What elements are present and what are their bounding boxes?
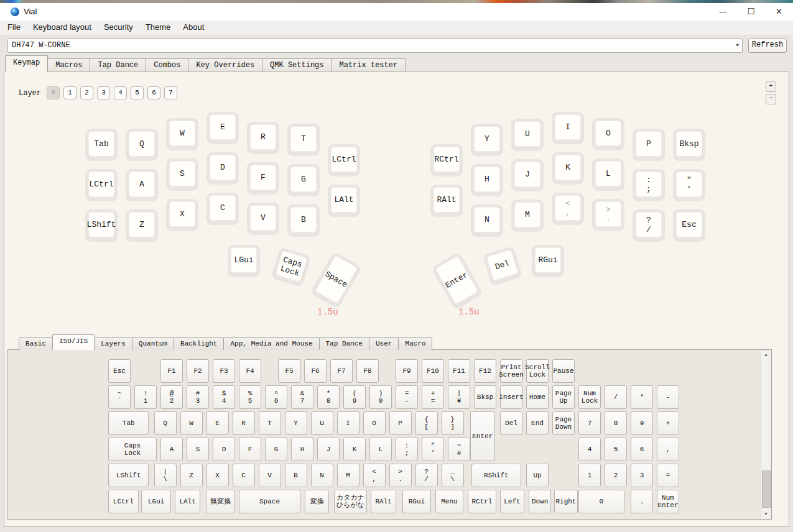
picker-key-up[interactable]: Up [526, 464, 549, 487]
key-v[interactable]: V [247, 203, 279, 235]
picker-key-right[interactable]: Right [554, 490, 578, 513]
picker-key-v[interactable]: V [259, 464, 281, 487]
key-k[interactable]: K [552, 152, 584, 185]
picker-key-symbol[interactable]: ~ ` [108, 385, 131, 409]
key-t[interactable]: T [287, 124, 320, 156]
picker-key-0[interactable]: 0 [578, 490, 624, 513]
key-r[interactable]: R [247, 122, 279, 154]
picker-key-f8[interactable]: F8 [356, 359, 379, 383]
device-select[interactable]: DH747 W-CORNE ▼ [7, 39, 743, 53]
picker-key-2[interactable]: @ 2 [160, 385, 183, 409]
key-lgui[interactable]: LGui [228, 245, 260, 277]
key-lalt[interactable]: LAlt [328, 185, 360, 217]
picker-key-lctrl[interactable]: LCtrl [108, 490, 139, 513]
key-rgui[interactable]: RGui [532, 245, 564, 277]
picker-key-f7[interactable]: F7 [330, 359, 353, 383]
picker-key-f2[interactable]: F2 [187, 359, 209, 383]
picker-key-u[interactable]: U [311, 411, 333, 435]
layer-button-7[interactable]: 7 [164, 86, 177, 99]
picker-key-h[interactable]: H [291, 438, 313, 461]
picker-key-5[interactable]: 5 [605, 438, 627, 461]
key-rctrl[interactable]: RCtrl [430, 144, 463, 177]
picker-key-4[interactable]: 4 [578, 438, 601, 461]
picker-key-f[interactable]: F [239, 438, 261, 461]
picker-key-s[interactable]: S [187, 438, 209, 461]
key-tab[interactable]: Tab [85, 129, 118, 161]
picker-key-m[interactable]: M [337, 464, 359, 487]
key-u[interactable]: U [511, 119, 544, 151]
tab-combos[interactable]: Combos [146, 58, 188, 72]
zoom-out-button[interactable]: − [766, 94, 776, 104]
layer-button-6[interactable]: 6 [147, 86, 160, 99]
tab-macros[interactable]: Macros [47, 58, 90, 72]
picker-key-x[interactable]: X [206, 464, 229, 487]
picker-key-symbol[interactable]: , [657, 438, 679, 461]
layer-button-2[interactable]: 2 [80, 86, 93, 99]
key-s[interactable]: S [166, 158, 198, 191]
picker-key-o[interactable]: O [363, 411, 386, 435]
picker-key-e[interactable]: E [206, 411, 229, 435]
picker-key-home[interactable]: Home [526, 385, 549, 409]
picker-key-page-down[interactable]: Page Down [552, 411, 575, 435]
picker-key-rshift[interactable]: RShift [471, 464, 521, 487]
menu-item-keyboard-layout[interactable]: Keyboard layout [27, 21, 98, 35]
minimize-button[interactable]: — [709, 3, 737, 21]
picker-key-symbol[interactable]: ″ ' [422, 438, 444, 461]
picker-key-end[interactable]: End [526, 411, 549, 435]
picker-key-symbol[interactable]: : ; [396, 438, 418, 461]
key-d[interactable]: D [206, 152, 239, 185]
picker-key-f6[interactable]: F6 [304, 359, 327, 383]
picker-key-6[interactable]: ^ 6 [265, 385, 287, 409]
picker-key-pause[interactable]: Pause [552, 359, 575, 383]
menu-item-security[interactable]: Security [98, 21, 139, 35]
menu-item-file[interactable]: File [0, 21, 27, 35]
picker-key-symbol[interactable]: < , [363, 464, 386, 487]
picker-key-symbol[interactable]: > . [389, 464, 412, 487]
picker-scrollbar[interactable]: ▲ ▼ [761, 351, 771, 518]
picker-tab-iso-jis[interactable]: ISO/JIS [52, 334, 95, 350]
picker-key-w[interactable]: W [180, 411, 203, 435]
picker-key-menu[interactable]: Menu [435, 490, 463, 513]
picker-key-f11[interactable]: F11 [448, 359, 470, 383]
picker-key-symbol[interactable]: | ¥ [448, 385, 470, 409]
layer-button-5[interactable]: 5 [131, 86, 144, 99]
key-z[interactable]: Z [126, 209, 158, 242]
menu-item-about[interactable]: About [177, 21, 210, 35]
picker-key-0[interactable]: ) 0 [369, 385, 392, 409]
picker-key-symbol[interactable]: + [657, 411, 679, 435]
picker-key-z[interactable]: Z [180, 464, 203, 487]
picker-key-1[interactable]: ! 1 [134, 385, 157, 409]
picker-key-symbol[interactable]: . [631, 490, 653, 513]
picker-key-esc[interactable]: Esc [108, 359, 131, 383]
picker-key-symbol[interactable]: * [631, 385, 653, 409]
key-y[interactable]: Y [471, 124, 503, 156]
picker-key-p[interactable]: P [389, 411, 412, 435]
key-l[interactable]: L [592, 158, 624, 191]
picker-tab-macro[interactable]: Macro [398, 337, 432, 350]
picker-key-symbol[interactable]: / [605, 385, 627, 409]
picker-key-symbol[interactable]: = - [396, 385, 418, 409]
picker-key-a[interactable]: A [160, 438, 183, 461]
picker-key-del[interactable]: Del [500, 411, 522, 435]
picker-key-num-lock[interactable]: Num Lock [578, 385, 601, 409]
picker-key-4[interactable]: $ 4 [213, 385, 235, 409]
key-a[interactable]: A [126, 169, 158, 201]
key-symbol[interactable]: ? / [633, 209, 665, 242]
picker-key-c[interactable]: C [233, 464, 255, 487]
picker-key-i[interactable]: I [337, 411, 359, 435]
picker-key-6[interactable]: 6 [631, 438, 653, 461]
picker-tab-tap-dance[interactable]: Tap Dance [319, 337, 369, 350]
picker-tab-user[interactable]: User [369, 337, 399, 350]
maximize-button[interactable]: ☐ [737, 3, 765, 21]
key-j[interactable]: J [511, 159, 544, 191]
key-m[interactable]: M [511, 200, 544, 232]
picker-key-symbol[interactable]: = [657, 464, 679, 487]
picker-key-j[interactable]: J [317, 438, 340, 461]
picker-key-print-screen[interactable]: Print Screen [500, 359, 522, 383]
picker-key-n[interactable]: N [311, 464, 333, 487]
picker-key-symbol[interactable]: { [ [415, 411, 438, 435]
picker-key-symbol[interactable]: 変換 [305, 490, 329, 513]
layer-button-4[interactable]: 4 [114, 86, 127, 99]
picker-key-f5[interactable]: F5 [278, 359, 300, 383]
scroll-down-icon[interactable]: ▼ [761, 510, 771, 518]
